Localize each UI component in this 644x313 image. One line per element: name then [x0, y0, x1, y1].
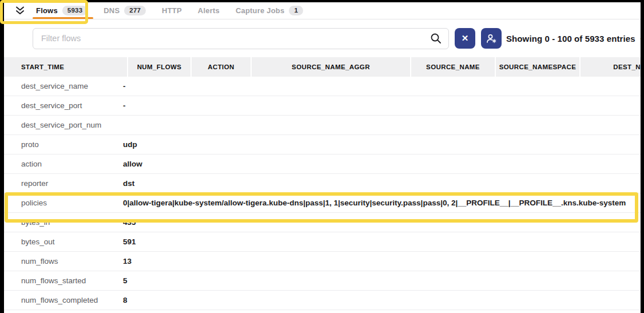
detail-key: dest_service_port — [21, 101, 123, 110]
detail-row-num-flows-completed[interactable]: num_flows_completed 8 — [4, 291, 641, 310]
detail-key: num_flows — [21, 257, 123, 266]
detail-row-policies[interactable]: policies 0|allow-tigera|kube-system/allo… — [4, 193, 641, 213]
detail-value: - — [123, 82, 641, 90]
collapse-panel-button[interactable] — [13, 5, 27, 17]
detail-value: udp — [123, 140, 641, 149]
detail-key: proto — [21, 140, 123, 149]
tab-dns-label: DNS — [104, 6, 120, 15]
detail-value: - — [123, 101, 641, 110]
detail-key: dest_service_port_num — [21, 121, 123, 129]
double-chevron-down-icon — [15, 6, 25, 15]
column-header-num-flows[interactable]: NUM_FLOWS — [128, 57, 190, 77]
detail-row-action[interactable]: action allow — [4, 154, 641, 174]
detail-key: num_flows_completed — [21, 296, 123, 304]
clear-filter-button[interactable]: ✕ — [455, 28, 475, 49]
tab-http[interactable]: HTTP — [155, 2, 189, 19]
detail-row-reporter[interactable]: reporter dst — [4, 174, 641, 193]
tab-flows-label: Flows — [36, 6, 58, 15]
detail-key: reporter — [21, 179, 123, 188]
tab-alerts-label: Alerts — [198, 6, 220, 15]
detail-value: dst — [123, 179, 641, 188]
column-header-source-namespace[interactable]: SOURCE_NAMESPACE — [496, 57, 579, 77]
detail-row-dest-service-port[interactable]: dest_service_port - — [4, 96, 641, 116]
table-header-row: START_TIME NUM_FLOWS ACTION SOURCE_NAME_… — [4, 57, 641, 77]
detail-key: action — [21, 160, 123, 168]
detail-row-proto[interactable]: proto udp — [4, 135, 641, 154]
detail-value: 13 — [123, 257, 641, 266]
detail-value: 435 — [123, 218, 641, 227]
column-header-source-name[interactable]: SOURCE_NAME — [411, 57, 495, 77]
detail-row-num-flows-started[interactable]: num_flows_started 5 — [4, 271, 641, 291]
detail-row-bytes-in[interactable]: bytes_in 435 — [4, 213, 641, 232]
showing-entries-text: Showing 0 - 100 of 5933 entries — [506, 34, 635, 43]
filter-field-wrap — [33, 28, 449, 49]
tab-flows-count-badge: 5933 — [62, 6, 88, 16]
column-header-start-time[interactable]: START_TIME — [4, 57, 127, 77]
detail-row-dest-service-port-num[interactable]: dest_service_port_num — [4, 116, 641, 135]
column-header-dest-name[interactable]: DEST_N — [581, 57, 641, 77]
tab-dns-count-badge: 277 — [124, 6, 146, 16]
column-header-action[interactable]: ACTION — [192, 57, 251, 77]
flows-panel: Flows 5933 DNS 277 HTTP Alerts Capture J… — [4, 2, 641, 313]
search-icon[interactable] — [430, 33, 442, 45]
detail-key: bytes_out — [21, 237, 123, 246]
expanded-flow-details: dest_service_name - dest_service_port - … — [4, 77, 641, 310]
tab-bar: Flows 5933 DNS 277 HTTP Alerts Capture J… — [4, 2, 641, 19]
filter-input[interactable] — [33, 28, 449, 49]
tab-http-label: HTTP — [162, 6, 182, 15]
detail-row-bytes-out[interactable]: bytes_out 591 — [4, 232, 641, 252]
column-header-source-name-aggr[interactable]: SOURCE_NAME_AGGR — [252, 57, 410, 77]
detail-value: allow — [123, 160, 641, 168]
detail-key: policies — [21, 199, 123, 207]
user-gear-icon — [486, 34, 497, 43]
detail-row-num-flows[interactable]: num_flows 13 — [4, 252, 641, 271]
detail-value: 591 — [123, 237, 641, 246]
tab-dns[interactable]: DNS 277 — [97, 2, 153, 19]
detail-value: 5 — [123, 276, 641, 285]
user-settings-button[interactable] — [481, 28, 502, 49]
tab-capture-jobs[interactable]: Capture Jobs 1 — [229, 2, 310, 19]
filter-toolbar: ✕ Showing 0 - 100 of 5933 entries ‹ — [4, 19, 641, 57]
tab-capture-jobs-count-badge: 1 — [289, 6, 303, 16]
detail-key: bytes_in — [21, 218, 123, 227]
active-tab-underline — [33, 17, 93, 19]
detail-key: num_flows_started — [21, 276, 123, 285]
pagination-prev-chevron[interactable]: ‹ — [640, 32, 641, 45]
detail-row-dest-service-name[interactable]: dest_service_name - — [4, 77, 641, 96]
detail-value: 0|allow-tigera|kube-system/allow-tigera.… — [123, 199, 641, 207]
detail-key: dest_service_name — [21, 82, 123, 90]
tab-alerts[interactable]: Alerts — [191, 2, 226, 19]
detail-value: 8 — [123, 296, 641, 304]
tab-flows[interactable]: Flows 5933 — [29, 2, 94, 19]
tab-capture-jobs-label: Capture Jobs — [236, 6, 284, 15]
